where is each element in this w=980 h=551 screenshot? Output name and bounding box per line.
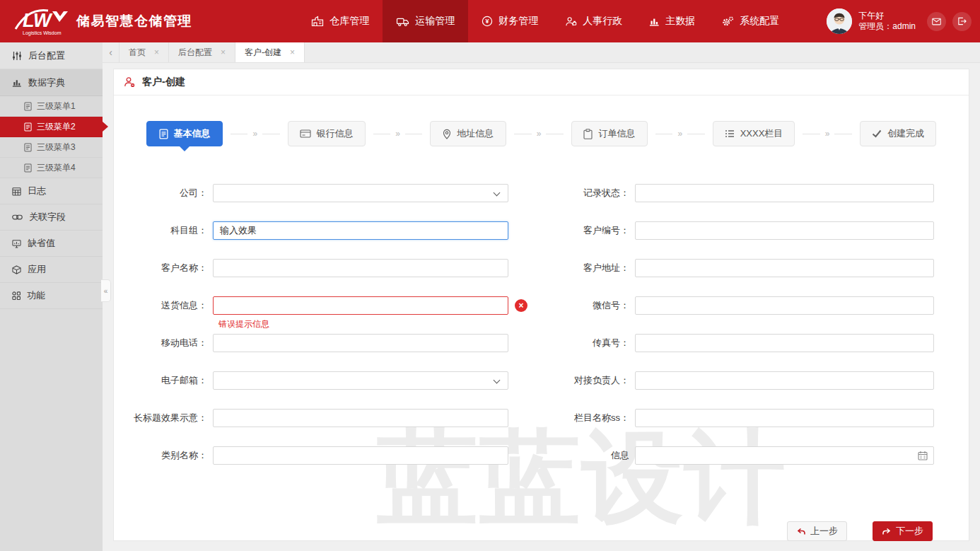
long-title-demo-input[interactable]: [213, 409, 508, 427]
subject-group-input[interactable]: 输入效果: [213, 221, 508, 240]
contact-person-input[interactable]: [635, 371, 934, 390]
form-row: 客户名称：: [114, 259, 508, 277]
step-basic-info[interactable]: 基本信息: [146, 121, 223, 146]
step-order-info[interactable]: 订单信息: [571, 121, 648, 146]
customer-number-input[interactable]: [635, 221, 934, 240]
close-icon[interactable]: ×: [221, 47, 226, 57]
document-icon: [24, 163, 32, 173]
field-label: 电子邮箱：: [114, 374, 213, 387]
sliders-icon: [12, 51, 22, 61]
error-message: 错误提示信息: [218, 318, 269, 330]
previous-step-button[interactable]: 上一步: [787, 521, 847, 541]
nav-item-sysconfig[interactable]: 系统配置: [708, 0, 793, 42]
avatar-image: [827, 8, 852, 34]
delivery-info-input[interactable]: [213, 296, 508, 315]
form-row: 对接负责人：: [531, 371, 934, 390]
company-select[interactable]: [213, 184, 508, 202]
wechat-input[interactable]: [635, 296, 934, 315]
app-title: 储易智慧仓储管理: [76, 12, 192, 30]
close-icon[interactable]: ×: [154, 47, 159, 57]
avatar[interactable]: [827, 8, 852, 34]
user-account[interactable]: 下午好 管理员：admin: [827, 8, 916, 34]
form-row: 信息: [531, 446, 934, 465]
customer-name-input[interactable]: [213, 259, 508, 277]
chevrons-right-icon: »: [677, 129, 682, 139]
form-column-right: 记录状态： 客户编号： 客户地址： 微信号： 传真号： 对接负责人：: [531, 184, 934, 484]
nav-item-warehouse[interactable]: 仓库管理: [298, 0, 383, 42]
fax-input[interactable]: [635, 334, 934, 352]
nav-item-label: 人事行政: [583, 15, 622, 28]
warehouse-icon: [311, 16, 324, 27]
field-label: 记录状态：: [531, 187, 635, 199]
sidebar-item-submenu3[interactable]: 三级菜单3: [0, 137, 103, 158]
step-connector: »: [226, 129, 285, 139]
app-header: LW Logistics Wisdom 储易智慧仓储管理 仓库管理 运输管理 ¥…: [0, 0, 980, 42]
email-select[interactable]: [213, 371, 508, 390]
top-nav: 仓库管理 运输管理 ¥ 财务管理 人事行政 主数据: [298, 0, 793, 42]
sidebar-item-applications[interactable]: 应用: [0, 257, 103, 283]
grid-calendar-icon: [12, 187, 21, 196]
step-address-info[interactable]: 地址信息: [430, 121, 506, 146]
form-row: 送货信息： × 错误提示信息: [114, 296, 508, 315]
tab-customer-create[interactable]: 客户-创建 ×: [235, 42, 305, 62]
form-row: 移动电话：: [114, 334, 508, 352]
close-icon[interactable]: ×: [290, 47, 295, 57]
nav-item-label: 财务管理: [498, 15, 538, 28]
user-text: 下午好 管理员：admin: [858, 11, 916, 32]
form-row: 客户地址：: [531, 259, 934, 277]
field-label: 微信号：: [531, 299, 635, 312]
document-icon: [159, 129, 168, 139]
tab-label: 客户-创建: [245, 47, 281, 59]
section-name-input[interactable]: [635, 409, 934, 427]
tab-backend-config[interactable]: 后台配置 ×: [169, 42, 235, 62]
sidebar-item-backend-config[interactable]: 后台配置: [0, 42, 103, 69]
chevrons-right-icon: »: [395, 129, 400, 139]
step-label: 地址信息: [457, 127, 494, 140]
sidebar-item-submenu2[interactable]: 三级菜单2: [0, 117, 103, 137]
category-name-input[interactable]: [213, 446, 508, 465]
step-connector: »: [651, 129, 710, 139]
arrow-forward-icon: [882, 527, 892, 535]
step-xxxx-section[interactable]: XXXX栏目: [713, 121, 795, 146]
cube-icon: [12, 265, 21, 274]
next-step-button[interactable]: 下一步: [873, 521, 933, 541]
check-icon: [872, 129, 882, 138]
message-button[interactable]: [927, 12, 946, 31]
sidebar-item-logs[interactable]: 日志: [0, 178, 103, 204]
chart-icon: [12, 78, 22, 88]
nav-item-finance[interactable]: ¥ 财务管理: [468, 0, 552, 42]
nav-item-hr[interactable]: 人事行政: [552, 0, 636, 42]
sidebar-item-label: 三级菜单3: [37, 141, 76, 153]
step-bank-info[interactable]: 银行信息: [288, 121, 366, 146]
nav-item-transport[interactable]: 运输管理: [383, 0, 468, 42]
sidebar-item-linked-fields[interactable]: 关联字段: [0, 204, 103, 231]
sidebar-item-label: 应用: [28, 263, 46, 276]
arrow-back-icon: [796, 527, 806, 535]
logout-button[interactable]: [952, 12, 972, 31]
form-row: 公司：: [114, 184, 508, 202]
sidebar-item-default-values[interactable]: 缺省值: [0, 231, 103, 257]
nav-item-masterdata[interactable]: 主数据: [636, 0, 708, 42]
field-label: 信息: [531, 449, 635, 462]
field-label: 传真号：: [531, 337, 635, 349]
record-status-input[interactable]: [635, 184, 934, 202]
sidebar-item-submenu1[interactable]: 三级菜单1: [0, 96, 103, 117]
mobile-phone-input[interactable]: [213, 334, 508, 352]
customer-address-input[interactable]: [635, 259, 934, 277]
form-column-left: 公司： 科目组： 输入效果 客户名称： 送货信息： × 错误提示信息 移动电话：: [114, 184, 508, 484]
field-label: 客户编号：: [531, 224, 635, 237]
tab-home[interactable]: 首页 ×: [119, 42, 169, 62]
apps-grid-icon: [12, 291, 21, 300]
tabs-scroll-left[interactable]: ‹: [103, 42, 119, 62]
step-connector: »: [368, 129, 428, 139]
sidebar-collapse-handle[interactable]: «: [101, 279, 111, 302]
sidebar-item-submenu4[interactable]: 三级菜单4: [0, 158, 103, 178]
sidebar-item-functions[interactable]: 功能: [0, 283, 103, 309]
date-input[interactable]: [635, 446, 934, 465]
field-label: 对接负责人：: [531, 374, 635, 387]
document-icon: [24, 102, 32, 111]
sidebar-item-data-dictionary[interactable]: 数据字典: [0, 69, 103, 96]
step-create-complete[interactable]: 创建完成: [860, 121, 936, 146]
header-icon-buttons: [927, 12, 972, 31]
calendar-icon[interactable]: [918, 451, 928, 463]
